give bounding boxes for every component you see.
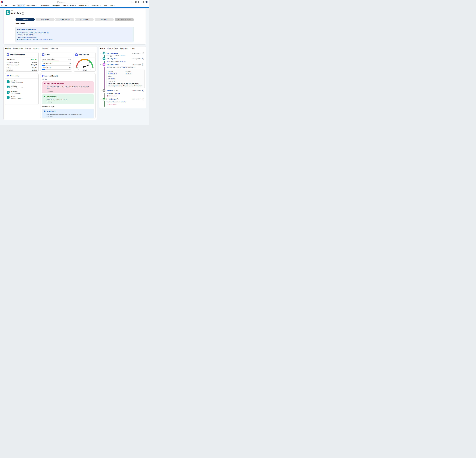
nav-tab-campaigns[interactable]: Campaigns [51,4,62,7]
row-actions-dropdown[interactable] [142,52,144,54]
nav-tab-tasks[interactable]: Tasks [102,4,108,7]
favorites-button[interactable]: ★ ▼ [130,1,134,3]
activity-subtext: You logged a call with John Doe [107,60,144,62]
nav-tab-leads[interactable]: Leads [17,4,25,7]
person-icon [7,91,9,94]
portfolio-summary-header: Portfolio Summary [5,52,38,57]
nav-tab-financial-accounts[interactable]: Financial Accounts [62,4,77,7]
search-input[interactable] [60,1,88,3]
task-complete-checkbox[interactable] [107,98,108,100]
row-actions-dropdown[interactable] [142,63,144,66]
scrollbar-thumb[interactable] [11,50,93,50]
quick-create-button[interactable] [135,1,137,3]
gauge-needle [83,65,90,68]
attendee-link[interactable]: John Doe [126,73,131,74]
activity-title-link[interactable]: Call Subject Line [107,58,132,60]
nav-tab-financial-goals[interactable]: Financial Goals [77,4,91,7]
nav-tab-more[interactable]: More [108,4,116,7]
activity-title-link[interactable]: John Doe [107,90,132,92]
chevron-down-icon[interactable] [75,5,76,6]
you-link[interactable]: You [107,55,109,57]
path-stage-pre-retirement[interactable]: Pre-retirement [75,18,94,21]
no-response-status: No Response [107,94,144,97]
activity-title-link[interactable]: Call Subject Line [107,52,132,54]
contact-link[interactable]: John Doe [121,101,126,103]
insight-card-low-returns[interactable]: Account with low returns The Equitidy Ma… [42,81,94,93]
trailhead-icon[interactable] [138,1,140,3]
tab-disclosures[interactable]: Disclosures [51,48,58,50]
you-link[interactable]: You [107,101,109,103]
company-logo: f1 [1,0,4,4]
path-stage-retirement[interactable]: Retirement [94,18,114,21]
event-icon [102,63,105,66]
user-avatar[interactable] [145,1,148,3]
nav-tab-people-entities[interactable]: People/ Entities [25,4,39,7]
chevron-down-icon[interactable] [23,5,24,6]
contact-link[interactable]: John Do [122,67,127,68]
contact-link[interactable]: John Doe [120,55,126,57]
view-hierarchy-button[interactable] [22,12,24,15]
tab-marketing-emails[interactable]: Marketing Emails [108,48,118,50]
tab-appointments[interactable]: Appointments [120,48,128,50]
when-link[interactable]: 2024-10-16 [108,78,115,79]
goals-header: Goals [41,52,72,57]
row-actions-dropdown[interactable] [142,98,144,100]
app-launcher-waffle-icon[interactable] [1,5,3,7]
family-member-row[interactable]: Jane DoeSpouse, 36 years old [5,79,38,84]
chevron-down-icon[interactable] [48,5,49,6]
you-link[interactable]: You [107,93,109,94]
collapse-chevron-icon[interactable] [100,64,102,65]
timeline-connector [104,93,105,98]
insight-card-new-address[interactable]: New address John Doe changed his address… [42,109,94,118]
notifications-bell-icon[interactable] [143,1,144,3]
nav-tab-action-plans[interactable]: Action Plans [91,4,102,7]
task-icon [102,98,105,101]
tab-overview[interactable]: Overview [5,48,11,50]
row-actions-dropdown[interactable] [142,58,144,60]
expand-chevron-icon[interactable] [100,52,102,54]
family-member-row[interactable]: John DoeSpouse, 35 years old [5,84,38,90]
tab-personal-details[interactable]: Personal Details [13,48,23,50]
expand-chevron-icon[interactable] [100,90,102,91]
tab-chatter[interactable]: Chatter [131,48,135,50]
family-member-row[interactable]: James DoeSon, 8 years old [5,90,38,95]
field-label: Attendees [126,70,143,72]
insight-card-increased-cash[interactable]: Increased cash Now has over $10,000 in s… [42,94,94,104]
chevron-down-icon[interactable] [88,5,89,6]
account-insights-header: Account Insights [41,73,95,78]
nav-tab-opportunities[interactable]: Opportunities [39,4,51,7]
path-stage-wealth-building[interactable]: Wealth Building [35,18,55,21]
guidance-title: Evaluate Product Interest [17,29,132,30]
activity-title-link[interactable]: PIE - John Doe [107,64,132,65]
location-link[interactable]: Fort Worth, TX [108,73,117,74]
public-globe-icon [117,64,119,65]
nav-tab-home[interactable]: Home [11,4,17,7]
family-member-row[interactable]: Jill DoeDaughter, 5 years old [5,95,38,100]
path-stage-long-term-planning[interactable]: Long-term Planning [55,18,75,21]
you-link[interactable]: You [107,67,109,68]
tab-activity[interactable]: Activity [100,48,105,50]
global-search[interactable] [58,1,89,3]
chevron-down-icon[interactable] [100,5,101,6]
row-actions-dropdown[interactable] [142,90,144,92]
person-icon [7,80,9,83]
you-link[interactable]: You [107,61,109,62]
horizontal-scrollbar[interactable] [4,50,97,50]
tab-finances[interactable]: Finances [26,48,31,50]
tab-insurance[interactable]: Insurance [34,48,39,50]
chevron-down-icon[interactable] [36,5,37,6]
gauge-segment-red [77,60,81,68]
tab-household[interactable]: Household [42,48,48,50]
expand-chevron-icon[interactable] [100,98,102,100]
expand-chevron-icon[interactable] [100,58,102,60]
chevron-down-icon[interactable] [60,5,60,6]
contact-link[interactable]: John Doe [120,61,126,62]
path-stage-prospect[interactable]: Prospect [16,18,35,21]
next-steps-heading: Next Steps [16,23,25,25]
activity-title-link[interactable]: Task Name [107,98,132,100]
goal-percent: 3% [68,67,70,68]
convert-to-prospect-button[interactable]: Convert to Prospect [115,18,134,21]
chevron-down-filled-icon [114,5,115,6]
contact-link[interactable]: John Doe [114,93,120,94]
help-button[interactable]: ? [141,1,142,3]
